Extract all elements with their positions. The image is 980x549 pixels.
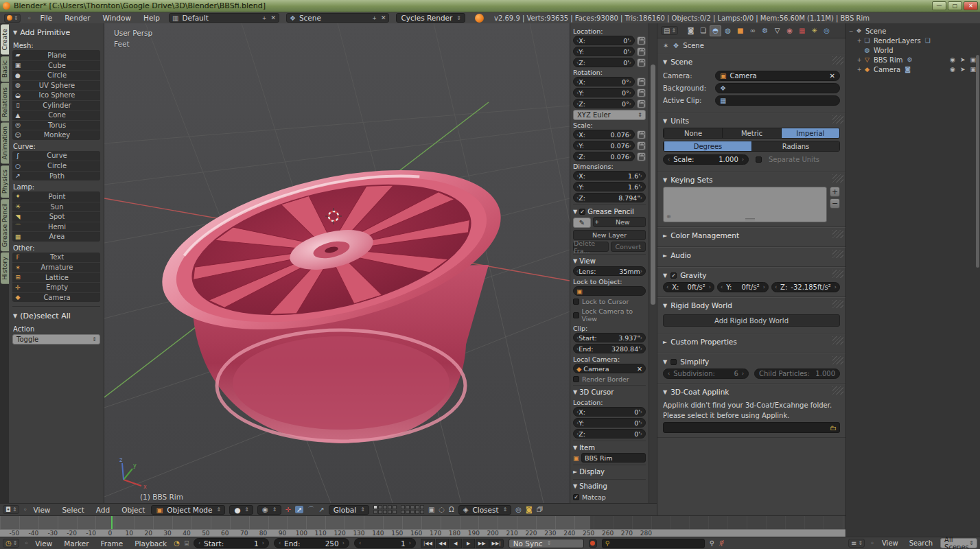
outliner-row[interactable]: ◍ World [848, 45, 979, 55]
mode-select[interactable]: ▣Object Mode⇕ [151, 505, 225, 515]
menu-item[interactable]: Frame [99, 539, 126, 548]
location-field[interactable]: ‹X:0'› [573, 36, 635, 45]
unit-system-button[interactable]: Metric [722, 128, 780, 138]
location-field[interactable]: ‹Z:0'› [573, 58, 635, 67]
view-panel-header[interactable]: ▼View [573, 256, 646, 266]
snap-target-icon[interactable]: ◎ [515, 506, 522, 513]
orientation-select[interactable]: Global⇕ [329, 505, 369, 515]
properties-tab[interactable]: ✳ [808, 25, 820, 36]
scale-field[interactable]: ‹Y:0.076› [573, 141, 635, 150]
add-scene-icon[interactable]: ＋ [371, 14, 377, 23]
simplify-checkbox[interactable] [670, 359, 677, 365]
add-camera-button[interactable]: ◆Camera [12, 292, 100, 303]
grease-pencil-checkbox[interactable]: ✓ [579, 209, 585, 215]
add-hemi-button[interactable]: ⌒Hemi [12, 222, 100, 232]
snap-magnet-icon[interactable]: Ω [449, 506, 454, 513]
add-plane-button[interactable]: ▰Plane [12, 50, 100, 60]
render-engine-select[interactable]: Cycles Render ⇕ [396, 13, 465, 23]
menu-item[interactable]: File [38, 14, 55, 22]
lock-icon[interactable] [637, 141, 646, 150]
lock-to-cursor-checkbox[interactable] [573, 299, 579, 305]
active-clip-field[interactable]: ▦ [715, 95, 840, 106]
convert-button[interactable]: Convert [611, 242, 646, 252]
clip-end-field[interactable]: ‹End:3280.84'› [573, 344, 646, 353]
selectable-arrow-icon[interactable]: ➤ [960, 56, 966, 63]
add-armature-button[interactable]: ✶Armature [12, 262, 100, 272]
lock-icon[interactable] [637, 78, 646, 86]
scale-field[interactable]: ‹Z:0.076› [573, 152, 635, 161]
applink-folder-field[interactable]: 🗀 [663, 422, 840, 433]
close-scene-icon[interactable]: ✕ [381, 14, 386, 21]
units-panel-header[interactable]: ▼Units [663, 115, 840, 128]
menu-item[interactable]: Help [141, 14, 162, 22]
toolshelf-tab[interactable]: Relations [1, 83, 9, 121]
snap-element-select[interactable]: ◈Closest⇕ [458, 505, 512, 515]
deselect-all-panel-header[interactable]: ▼ (De)select All [12, 309, 100, 323]
add-rigid-body-world-button[interactable]: Add Rigid Body World [663, 314, 840, 327]
toolshelf-tab[interactable]: History [1, 253, 9, 284]
n-panel-scrollbar[interactable] [649, 23, 657, 503]
lock-icon[interactable] [637, 152, 646, 161]
renderable-camera-icon[interactable]: ▣ [970, 66, 976, 73]
add-cube-button[interactable]: ▣Cube [12, 60, 100, 71]
proportional-edit-icon[interactable]: ◌ [439, 506, 445, 513]
transport-button[interactable]: |◀◀ [421, 539, 435, 548]
child-particles-field[interactable]: Child Particles:1.000 [754, 369, 840, 379]
toolshelf-tab[interactable]: Create [1, 25, 9, 55]
audio-panel-header[interactable]: ►Audio [663, 250, 840, 262]
pivot-point-select[interactable]: ◉⇕ [257, 505, 281, 515]
editor-type-selector[interactable]: ▤⇕ [661, 26, 678, 35]
add-cone-button[interactable]: ▲Cone [12, 110, 100, 120]
toolshelf-tab[interactable]: Basic [1, 56, 9, 82]
lock-to-scene-icon[interactable]: ▣ [428, 506, 434, 513]
properties-tab[interactable]: ▦ [796, 25, 808, 36]
properties-tab[interactable]: ∞ [747, 25, 758, 36]
cursor-location-field[interactable]: ‹Y:0'› [573, 418, 646, 428]
collapse-menus-icon[interactable]: ◦ [870, 539, 874, 547]
scene-camera-field[interactable]: ▣Camera✕ [715, 71, 840, 81]
add-point-button[interactable]: ✦Point [12, 191, 100, 202]
add-primitive-panel-header[interactable]: ▼ Add Primitive [12, 26, 100, 39]
menu-item[interactable]: Add [94, 506, 112, 514]
timeline-body[interactable] [0, 515, 845, 529]
collapse-menus-icon[interactable]: ◦ [24, 539, 28, 547]
visibility-eye-icon[interactable]: ◉ [950, 56, 955, 63]
add-text-button[interactable]: FText [12, 253, 100, 263]
render-border-checkbox[interactable] [573, 376, 579, 382]
expand-toggle[interactable]: + [856, 67, 863, 73]
sync-select[interactable]: No Sync⇕ [509, 539, 584, 548]
transport-button[interactable]: ◀ [450, 539, 462, 548]
render-opengl-anim-icon[interactable]: 🗇 [537, 506, 544, 513]
clear-icon[interactable]: ✕ [830, 72, 835, 80]
scale-manipulator-icon[interactable]: ↗ [318, 506, 324, 513]
draw-mode-select[interactable]: ✎ [573, 218, 591, 228]
gravity-panel-header[interactable]: ▼✓Gravity [663, 270, 840, 282]
separate-units-checkbox[interactable] [756, 156, 762, 163]
editor-type-selector[interactable]: ≡⇕ [848, 539, 865, 548]
shading-panel-header[interactable]: ▼Shading [573, 481, 646, 491]
add-empty-button[interactable]: ✛Empty [12, 282, 100, 292]
layers-grid-2[interactable] [401, 505, 424, 514]
lock-icon[interactable] [637, 130, 646, 139]
display-mode-select[interactable]: All Scenes⇕ [940, 538, 977, 548]
outliner-row[interactable]: − ❖ Scene [848, 26, 979, 36]
open-folder-icon[interactable]: 🗀 [830, 424, 837, 432]
lock-to-object-field[interactable]: ▣ [573, 286, 646, 296]
subdivision-field[interactable]: ‹Subdivision:6› [663, 369, 749, 379]
expand-toggle[interactable]: + [856, 38, 863, 44]
collapse-menus-icon[interactable]: ◦ [27, 14, 32, 22]
renderable-camera-icon[interactable]: ▣ [970, 56, 976, 63]
add-lattice-button[interactable]: ⊞Lattice [12, 272, 100, 283]
collapse-menus-icon[interactable]: ◦ [23, 506, 27, 513]
editor-type-selector[interactable]: ⇕ [4, 14, 21, 23]
outliner-row[interactable]: + ◆ Camera ◙ ◉➤▣ [848, 65, 979, 74]
start-frame-field[interactable]: ‹Start:1› [194, 538, 269, 548]
applink-panel-header[interactable]: ▼3D-Coat Applink [663, 386, 840, 399]
menu-item[interactable]: Window [101, 14, 133, 22]
expand-toggle[interactable]: − [848, 28, 854, 34]
add-sun-button[interactable]: ☀Sun [12, 202, 100, 212]
lock-icon[interactable] [637, 47, 646, 56]
minimize-button[interactable]: — [932, 1, 946, 10]
delete-frame-button[interactable]: Delete Fra... [573, 242, 609, 252]
record-button[interactable] [589, 539, 597, 548]
